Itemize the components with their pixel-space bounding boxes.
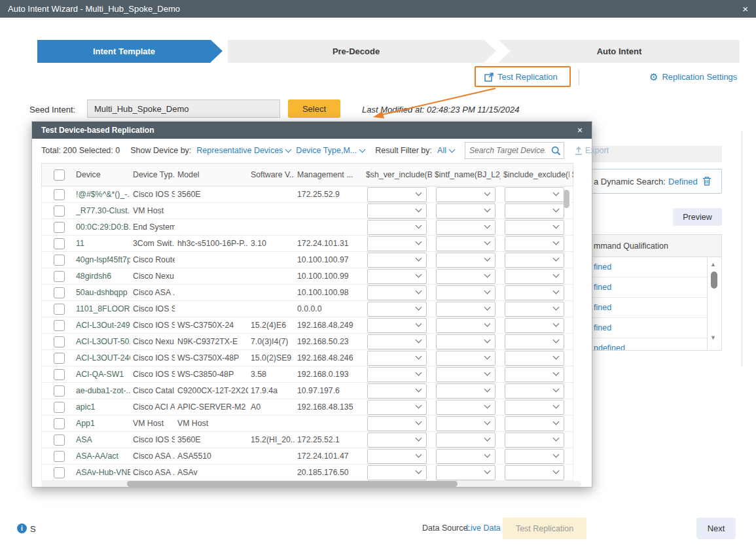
qualification-link[interactable]: fined xyxy=(571,277,721,298)
include-exclude-select[interactable] xyxy=(505,285,564,300)
seed-select-button[interactable]: Select xyxy=(288,99,340,118)
intf-name-select[interactable] xyxy=(436,253,495,268)
row-checkbox[interactable] xyxy=(54,238,65,249)
row-checkbox[interactable] xyxy=(54,271,65,282)
sh-ver-include-select[interactable] xyxy=(367,220,427,235)
scrollbar-thumb[interactable] xyxy=(711,272,717,289)
row-checkbox[interactable] xyxy=(54,353,65,364)
tab-pre-decode[interactable]: Pre-Decode xyxy=(228,40,484,63)
search-icon[interactable] xyxy=(549,146,564,156)
intf-name-select[interactable] xyxy=(436,269,495,284)
row-checkbox[interactable] xyxy=(54,451,65,462)
scroll-down-icon[interactable]: ▼ xyxy=(710,334,716,341)
tab-intent-template[interactable]: Intent Template xyxy=(37,40,211,63)
sh-ver-include-select[interactable] xyxy=(367,351,427,366)
include-exclude-select[interactable] xyxy=(505,367,564,382)
sh-ver-include-select[interactable] xyxy=(367,367,427,382)
scroll-up-icon[interactable]: ▲ xyxy=(710,261,716,268)
include-exclude-select[interactable] xyxy=(505,220,564,235)
sh-ver-include-select[interactable] xyxy=(367,400,427,415)
row-checkbox[interactable] xyxy=(54,189,65,200)
include-exclude-select[interactable] xyxy=(505,302,564,317)
sh-ver-include-select[interactable] xyxy=(367,269,427,284)
row-checkbox[interactable] xyxy=(54,385,65,397)
row-checkbox[interactable] xyxy=(54,304,65,315)
row-checkbox[interactable] xyxy=(54,434,65,446)
export-button[interactable]: Export xyxy=(575,146,609,155)
intf-name-select[interactable] xyxy=(436,383,495,398)
horizontal-scrollbar-thumb[interactable] xyxy=(127,481,458,487)
window-close-icon[interactable]: × xyxy=(742,0,748,18)
sh-ver-include-select[interactable] xyxy=(367,318,427,333)
intf-name-select[interactable] xyxy=(436,236,495,251)
include-exclude-select[interactable] xyxy=(505,318,564,333)
qualification-link[interactable]: fined xyxy=(571,257,721,277)
sh-ver-include-select[interactable] xyxy=(367,204,427,219)
row-checkbox[interactable] xyxy=(54,205,65,217)
include-exclude-select[interactable] xyxy=(505,351,564,366)
data-source-link[interactable]: Live Data xyxy=(466,523,501,533)
include-exclude-select[interactable] xyxy=(505,269,564,284)
row-checkbox[interactable] xyxy=(54,320,65,331)
row-checkbox[interactable] xyxy=(54,418,65,429)
tab-auto-intent[interactable]: Auto Intent xyxy=(499,40,740,63)
intf-name-select[interactable] xyxy=(436,204,495,219)
test-replication-link[interactable]: Test Replication xyxy=(484,72,558,82)
qualification-link[interactable]: fined xyxy=(571,318,721,338)
test-replication-button[interactable]: Test Replication xyxy=(503,518,586,539)
seed-intent-input[interactable] xyxy=(87,99,280,118)
include-exclude-select[interactable] xyxy=(505,449,564,464)
intf-name-select[interactable] xyxy=(436,318,495,333)
select-all-checkbox[interactable] xyxy=(54,169,65,181)
sh-ver-include-select[interactable] xyxy=(367,383,427,398)
include-exclude-select[interactable] xyxy=(505,416,564,431)
include-exclude-select[interactable] xyxy=(505,383,564,398)
intf-name-select[interactable] xyxy=(436,351,495,366)
include-exclude-select[interactable] xyxy=(505,433,564,448)
result-filter-dropdown[interactable]: All xyxy=(437,146,454,155)
device-type-dropdown[interactable]: Device Type,M... xyxy=(296,146,365,155)
intf-name-select[interactable] xyxy=(436,302,495,317)
sh-ver-include-select[interactable] xyxy=(367,302,427,317)
row-checkbox[interactable] xyxy=(54,402,65,413)
intf-name-select[interactable] xyxy=(436,285,495,300)
include-exclude-select[interactable] xyxy=(505,253,564,268)
qualification-link[interactable]: fined xyxy=(571,298,721,318)
preview-button[interactable]: Preview xyxy=(673,208,722,226)
modal-close-icon[interactable]: × xyxy=(577,125,583,135)
include-exclude-select[interactable] xyxy=(505,465,564,480)
include-exclude-select[interactable] xyxy=(505,334,564,349)
qualification-link[interactable]: ndefined xyxy=(571,338,721,351)
sh-ver-include-select[interactable] xyxy=(367,253,427,268)
next-button[interactable]: Next xyxy=(696,518,736,539)
include-exclude-select[interactable] xyxy=(505,400,564,415)
sh-ver-include-select[interactable] xyxy=(367,187,427,202)
dynamic-search-defined-link[interactable]: Defined xyxy=(668,177,698,186)
include-exclude-select[interactable] xyxy=(505,204,564,219)
intf-name-select[interactable] xyxy=(436,220,495,235)
replication-settings-link[interactable]: ⚙ Replication Settings xyxy=(649,72,737,82)
vertical-scrollbar-thumb[interactable] xyxy=(564,190,569,208)
row-checkbox[interactable] xyxy=(54,222,65,233)
trash-icon[interactable] xyxy=(702,176,711,186)
row-checkbox[interactable] xyxy=(54,336,65,347)
sh-ver-include-select[interactable] xyxy=(367,285,427,300)
row-checkbox[interactable] xyxy=(54,369,65,380)
row-checkbox[interactable] xyxy=(54,287,65,298)
intf-name-select[interactable] xyxy=(436,416,495,431)
include-exclude-select[interactable] xyxy=(505,187,564,202)
include-exclude-select[interactable] xyxy=(505,236,564,251)
sh-ver-include-select[interactable] xyxy=(367,416,427,431)
intf-name-select[interactable] xyxy=(436,400,495,415)
intf-name-select[interactable] xyxy=(436,449,495,464)
sh-ver-include-select[interactable] xyxy=(367,334,427,349)
sh-ver-include-select[interactable] xyxy=(367,236,427,251)
intf-name-select[interactable] xyxy=(436,465,495,480)
intf-name-select[interactable] xyxy=(436,334,495,349)
show-device-by-dropdown[interactable]: Representative Devices xyxy=(196,146,291,155)
intf-name-select[interactable] xyxy=(436,187,495,202)
intf-name-select[interactable] xyxy=(436,367,495,382)
row-checkbox[interactable] xyxy=(54,467,65,478)
intf-name-select[interactable] xyxy=(436,433,495,448)
sh-ver-include-select[interactable] xyxy=(367,449,427,464)
